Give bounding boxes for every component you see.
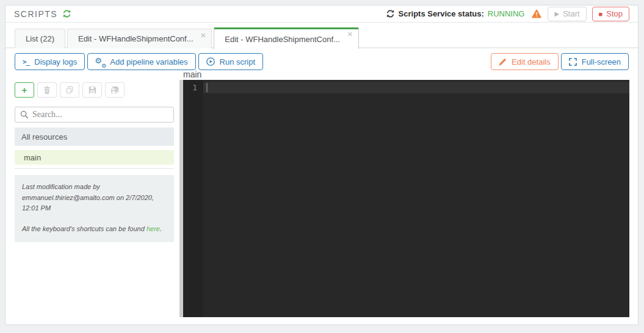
gears-icon: ⚙ ⚙	[95, 57, 105, 66]
tab-label: Edit - WFHandleShipmentConf...	[225, 35, 340, 44]
terminal-icon: >_	[23, 58, 29, 66]
modification-info: Last modification made by emmanuel.thiri…	[15, 175, 174, 242]
resources-sidebar: +	[15, 82, 174, 242]
active-line-highlight	[183, 82, 629, 93]
shortcuts-text: All the keyboard's shortcuts can be foun…	[22, 224, 167, 235]
search-icon	[20, 110, 29, 119]
edit-details-label: Edit details	[512, 57, 551, 66]
run-script-label: Run script	[220, 57, 256, 66]
copy-icon	[66, 86, 73, 94]
trash-icon	[43, 86, 51, 94]
tab-label: List (22)	[26, 34, 54, 43]
save-resource-button[interactable]	[82, 82, 102, 98]
tab-bar: List (22) Edit - WFHandleShipmentConf...…	[5, 27, 638, 48]
play-circle-icon	[206, 57, 215, 66]
fullscreen-icon	[569, 58, 577, 66]
display-logs-button[interactable]: >_ Display logs	[15, 53, 85, 70]
save-icon	[89, 86, 96, 94]
start-button-label: Start	[563, 9, 579, 18]
page-title: SCRIPTS	[14, 9, 57, 19]
service-refresh-icon[interactable]	[386, 10, 394, 18]
full-screen-button[interactable]: Full-screen	[561, 53, 629, 70]
refresh-icon[interactable]	[63, 10, 71, 18]
divider	[15, 168, 174, 169]
search-input[interactable]	[32, 110, 168, 120]
duplicate-resource-button[interactable]	[60, 82, 79, 98]
resource-search	[15, 107, 174, 123]
group-header-label: All resources	[21, 132, 67, 141]
close-icon[interactable]: ×	[347, 31, 353, 37]
tab-edit-shipment-2[interactable]: Edit - WFHandleShipmentConf... ×	[214, 27, 358, 49]
line-number: 1	[192, 83, 197, 92]
code-editor[interactable]: 1	[183, 80, 629, 317]
script-toolbar: >_ Display logs ⚙ ⚙ Add pipeline variabl…	[5, 48, 638, 70]
pencil-icon	[499, 58, 507, 66]
resource-actions: +	[15, 82, 174, 98]
delete-resource-button[interactable]	[37, 82, 57, 98]
tab-edit-shipment-1[interactable]: Edit - WFHandleShipmentConf... ×	[67, 29, 212, 48]
stop-icon: ■	[599, 10, 603, 18]
tab-label: Edit - WFHandleShipmentConf...	[78, 34, 194, 43]
save-all-button[interactable]	[105, 82, 125, 98]
display-logs-label: Display logs	[34, 57, 77, 66]
add-pipeline-variables-button[interactable]: ⚙ ⚙ Add pipeline variables	[87, 53, 195, 70]
add-resource-button[interactable]: +	[15, 82, 34, 98]
warning-icon[interactable]	[532, 9, 541, 18]
scripts-panel: SCRIPTS Scripts Service status: RUNNING	[5, 5, 639, 325]
text-cursor	[206, 83, 208, 92]
add-pipeline-variables-label: Add pipeline variables	[110, 57, 187, 66]
tab-list[interactable]: List (22)	[15, 29, 65, 48]
full-screen-label: Full-screen	[582, 57, 621, 66]
start-button[interactable]: ▶ Start	[548, 7, 586, 21]
run-script-button[interactable]: Run script	[198, 53, 264, 70]
editor-resource-label: main	[183, 70, 201, 79]
resource-item-label: main	[24, 153, 41, 162]
toolbar-right-group: Edit details Full-screen	[491, 53, 629, 70]
save-all-icon	[110, 86, 119, 94]
shortcuts-link[interactable]: here	[147, 225, 160, 232]
editor-gutter: 1	[183, 80, 203, 317]
play-icon: ▶	[554, 10, 559, 17]
service-status-value: RUNNING	[488, 9, 525, 18]
panel-header: SCRIPTS Scripts Service status: RUNNING	[5, 5, 638, 23]
service-status-label: Scripts Service status:	[399, 9, 484, 18]
close-icon[interactable]: ×	[201, 32, 206, 38]
resource-group-header: All resources	[15, 127, 174, 146]
service-status-bar: Scripts Service status: RUNNING ▶ Start …	[386, 7, 629, 21]
stop-button-label: Stop	[606, 9, 623, 18]
stop-button[interactable]: ■ Stop	[592, 7, 629, 21]
edit-details-button[interactable]: Edit details	[491, 53, 559, 70]
resource-item-main[interactable]: main	[15, 150, 174, 165]
last-modification-text: Last modification made by emmanuel.thiri…	[22, 182, 167, 214]
plus-icon: +	[22, 85, 27, 95]
